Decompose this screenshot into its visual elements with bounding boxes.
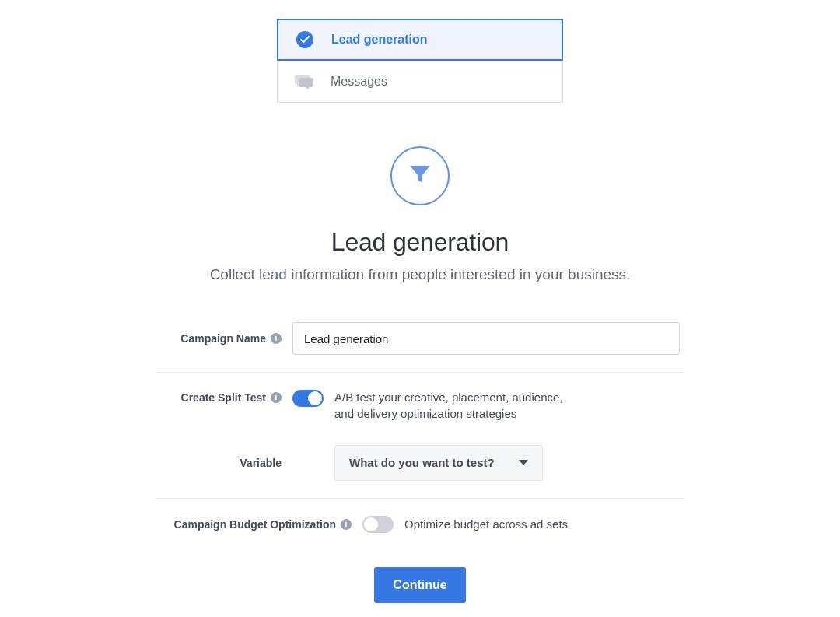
split-test-desc: A/B test your creative, placement, audie… [334,390,576,422]
variable-select[interactable]: What do you want to test? [334,445,543,481]
page-subtitle: Collect lead information from people int… [156,266,684,283]
continue-button[interactable]: Continue [374,567,465,603]
funnel-icon [390,146,450,205]
campaign-name-row: Campaign Name i [156,305,684,373]
split-test-toggle[interactable] [292,390,324,407]
check-badge-icon [294,29,316,51]
split-test-label: Create Split Test [181,391,266,404]
campaign-name-input[interactable] [292,322,680,355]
cbo-label: Campaign Budget Optimization [174,518,336,531]
info-icon[interactable]: i [271,392,282,403]
objective-lead-generation[interactable]: Lead generation [277,19,563,61]
chevron-down-icon [519,460,528,465]
cbo-desc: Optimize budget across ad sets [404,517,568,532]
split-test-row: Create Split Test i A/B test your creati… [156,373,684,499]
page-title: Lead generation [156,227,684,257]
info-icon[interactable]: i [271,333,282,344]
variable-label: Variable [240,457,282,469]
objective-messages[interactable]: Messages [277,61,563,103]
objective-label: Messages [331,75,387,89]
cbo-row: Campaign Budget Optimization i Optimize … [156,499,684,550]
hero-section: Lead generation Collect lead information… [156,146,684,283]
objective-list: Lead generation Messages [277,19,563,103]
cbo-toggle[interactable] [362,516,394,533]
messages-icon [293,71,315,93]
campaign-name-label: Campaign Name [180,332,266,345]
info-icon[interactable]: i [341,519,352,530]
objective-label: Lead generation [331,33,428,47]
variable-select-placeholder: What do you want to test? [349,456,495,469]
